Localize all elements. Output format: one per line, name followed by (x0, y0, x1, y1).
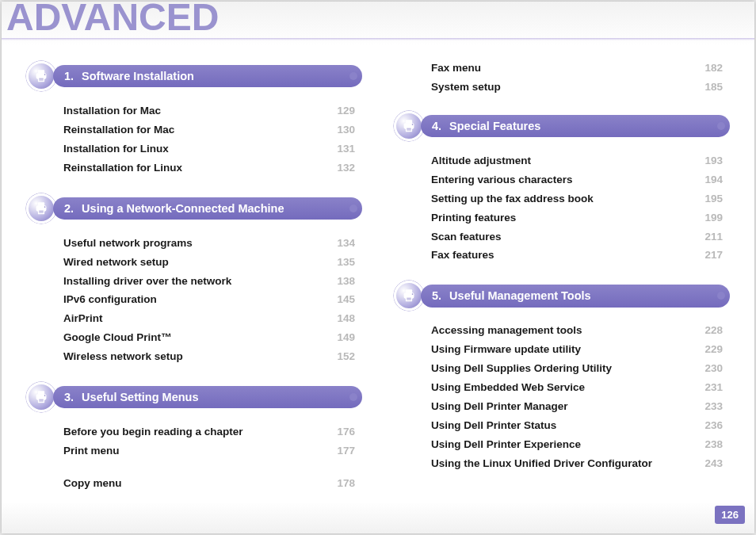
section-title: Software Installation (82, 69, 348, 83)
section-number: 3. (64, 390, 74, 404)
section-entries: Installation for Mac129Reinstallation fo… (29, 103, 360, 177)
toc-entry[interactable]: Copy menu178 (63, 476, 355, 492)
toc-entry[interactable]: Wired network setup135 (63, 254, 355, 271)
toc-entry[interactable]: Using Dell Printer Experience238 (431, 437, 723, 453)
toc-entry-title: Print menu (63, 443, 120, 460)
toc-entry-page: 238 (696, 437, 723, 453)
toc-entry-title: Google Cloud Print™ (63, 330, 172, 346)
toc-entry[interactable]: Using Firmware update utility229 (431, 342, 723, 358)
toc-entry-page: 229 (696, 342, 723, 358)
toc-entry-page: 129 (328, 103, 355, 120)
toc-entry[interactable]: Altitude adjustment193 (431, 153, 723, 170)
section-entries: Altitude adjustment193Entering various c… (396, 153, 727, 265)
toc-entry[interactable]: Wireless network setup152 (63, 349, 355, 365)
toc-entry-page: 236 (696, 418, 723, 434)
printer-icon (26, 382, 56, 412)
section-entries: Useful network programs134Wired network … (29, 235, 360, 365)
toc-entry-title: Using Dell Printer Status (431, 418, 556, 434)
toc-entry-page: 217 (696, 247, 723, 264)
toc-entry-page: 138 (328, 273, 355, 290)
toc-entry[interactable]: Reinstallation for Mac130 (63, 122, 355, 139)
toc-entry[interactable]: Using the Linux Unified Driver Configura… (431, 456, 723, 472)
toc-entry[interactable]: IPv6 configuration145 (63, 292, 355, 308)
section-bar-dot (349, 393, 357, 401)
toc-entry[interactable]: Printing features199 (431, 210, 723, 227)
toc-entry[interactable]: Setting up the fax address book195 (431, 191, 723, 208)
section-title-bar: 3.Useful Setting Menus (53, 386, 362, 408)
toc-entry-page: 243 (696, 456, 723, 472)
toc-entry-page: 177 (328, 443, 355, 460)
section-header[interactable]: 2.Using a Network-Connected Machine (29, 193, 360, 224)
toc-entry[interactable]: Using Embedded Web Service231 (431, 380, 723, 396)
printer-icon (394, 111, 424, 141)
toc-entry[interactable]: Print menu177 (63, 443, 355, 460)
toc-entry-page: 193 (696, 153, 723, 170)
toc-entry[interactable]: Using Dell Printer Manager233 (431, 399, 723, 415)
toc-entry-title: Using Dell Supplies Ordering Utility (431, 361, 612, 377)
toc-entry-page: 145 (328, 292, 355, 308)
printer-icon (394, 281, 424, 311)
section-bar-dot (717, 292, 725, 300)
toc-entry[interactable]: Installation for Linux131 (63, 141, 355, 158)
toc-entry[interactable]: Installing driver over the network138 (63, 273, 355, 290)
section-header[interactable]: 1.Software Installation (29, 60, 360, 92)
toc-entry-title: Useful network programs (63, 235, 193, 252)
toc-entry[interactable]: Entering various characters194 (431, 172, 723, 189)
footer-gradient (2, 502, 754, 533)
toc-columns: 1.Software InstallationInstallation for … (29, 60, 727, 506)
toc-entry-title: IPv6 configuration (63, 292, 157, 308)
section-number: 5. (432, 289, 441, 303)
toc-entry-title: Altitude adjustment (431, 153, 531, 170)
toc-entry-title: Entering various characters (431, 172, 573, 189)
toc-entry-page: 135 (328, 254, 355, 271)
toc-entry-title: AirPrint (63, 311, 103, 327)
toc-entry[interactable]: Reinstallation for Linux132 (63, 160, 355, 177)
toc-entry[interactable]: Google Cloud Print™149 (63, 330, 355, 346)
toc-entry[interactable]: System setup185 (431, 79, 723, 96)
toc-entry[interactable]: Useful network programs134 (63, 235, 355, 252)
section-number: 2. (64, 201, 74, 216)
toc-entry-title: Using Embedded Web Service (431, 380, 585, 396)
section-header[interactable]: 5.Useful Management Tools (396, 280, 727, 311)
toc-entry[interactable]: Installation for Mac129 (63, 103, 355, 120)
section-title-bar: 5.Useful Management Tools (421, 285, 730, 307)
section-title: Useful Management Tools (449, 289, 716, 303)
toc-entry[interactable]: Fax menu182 (431, 60, 723, 77)
toc-entry-page: 182 (696, 60, 723, 77)
toc-entry-title: Installation for Linux (63, 141, 169, 158)
toc-entry-page: 194 (696, 172, 723, 189)
toc-entry-title: Accessing management tools (431, 323, 582, 339)
section-title-bar: 1.Software Installation (53, 65, 362, 87)
toc-entry-page: 195 (696, 191, 723, 208)
section-bar-dot (717, 122, 725, 130)
toc-entry-title: Before you begin reading a chapter (63, 424, 243, 441)
toc-entry[interactable]: Accessing management tools228 (431, 323, 723, 339)
toc-entry-page: 148 (328, 311, 355, 327)
toc-entry[interactable]: Using Dell Supplies Ordering Utility230 (431, 361, 723, 377)
toc-entry-title: Using Dell Printer Experience (431, 437, 581, 453)
toc-entry-page: 211 (696, 229, 723, 246)
section-header[interactable]: 3.Useful Setting Menus (29, 381, 360, 413)
toc-entry[interactable]: Before you begin reading a chapter176 (63, 424, 355, 441)
section-header[interactable]: 4.Special Features (396, 110, 727, 142)
toc-entry-page: 132 (328, 160, 355, 177)
toc-entry[interactable]: AirPrint148 (63, 311, 355, 327)
toc-entry-title: Reinstallation for Linux (63, 160, 182, 177)
section-bar-dot (349, 204, 357, 212)
section-entries: Before you begin reading a chapter176Pri… (29, 424, 360, 460)
toc-entry[interactable]: Using Dell Printer Status236 (431, 418, 723, 434)
section-title-bar: 2.Using a Network-Connected Machine (53, 197, 362, 220)
toc-section: 2.Using a Network-Connected MachineUsefu… (29, 193, 360, 365)
toc-entry[interactable]: Scan features211 (431, 229, 723, 246)
toc-entry-page: 152 (328, 349, 355, 365)
toc-entry-title: Printing features (431, 210, 516, 227)
page-title: ADVANCED (6, 2, 219, 39)
section-bar-dot (349, 72, 357, 80)
toc-entry-title: Scan features (431, 229, 502, 246)
toc-entry-page: 185 (696, 79, 723, 96)
toc-entry-title: Installation for Mac (63, 103, 161, 120)
section-title: Useful Setting Menus (82, 390, 348, 404)
toc-entry[interactable]: Fax features217 (431, 247, 723, 264)
section-entries: Accessing management tools228Using Firmw… (396, 323, 727, 472)
toc-entry-title: Installing driver over the network (63, 273, 231, 290)
